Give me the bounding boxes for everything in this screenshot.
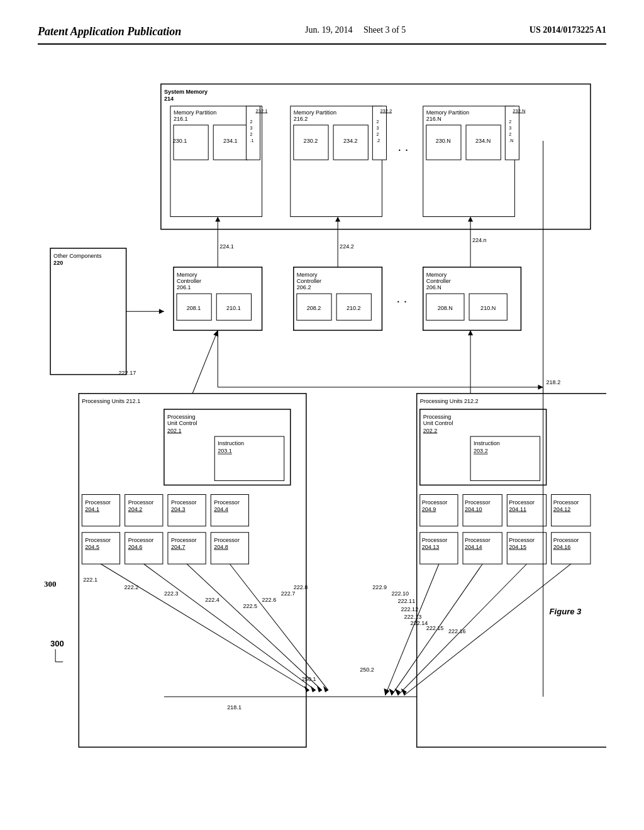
svg-text:222.7: 222.7 bbox=[281, 590, 296, 597]
svg-text:203.2: 203.2 bbox=[474, 448, 488, 454]
svg-text:234.2: 234.2 bbox=[343, 138, 358, 144]
svg-text:220: 220 bbox=[53, 260, 63, 266]
svg-text:Processor: Processor bbox=[553, 537, 579, 543]
svg-text:222.4: 222.4 bbox=[205, 597, 219, 603]
publication-title: Patent Application Publication bbox=[38, 25, 181, 38]
svg-text:222.15: 222.15 bbox=[426, 625, 444, 631]
svg-text:206.2: 206.2 bbox=[297, 284, 311, 290]
svg-text:232.2: 232.2 bbox=[380, 108, 392, 114]
svg-text:Memory: Memory bbox=[297, 272, 318, 278]
svg-text:230.2: 230.2 bbox=[304, 138, 318, 144]
svg-text:Memory Partition: Memory Partition bbox=[426, 109, 469, 116]
sheet-info: Sheet 3 of 5 bbox=[364, 25, 406, 35]
svg-marker-178 bbox=[384, 689, 389, 695]
svg-text:· ·: · · bbox=[397, 294, 408, 307]
svg-text:204.13: 204.13 bbox=[422, 544, 440, 550]
svg-text:Instruction: Instruction bbox=[474, 440, 500, 446]
svg-text:2: 2 bbox=[509, 132, 511, 136]
svg-text:Controller: Controller bbox=[297, 278, 321, 284]
svg-text:Processor: Processor bbox=[465, 499, 491, 506]
svg-text:210.2: 210.2 bbox=[347, 305, 361, 311]
svg-text:Figure 3: Figure 3 bbox=[550, 607, 582, 616]
svg-rect-45 bbox=[50, 248, 126, 375]
svg-text:210.N: 210.N bbox=[480, 305, 496, 311]
svg-marker-197 bbox=[468, 330, 473, 335]
svg-text:214: 214 bbox=[164, 96, 174, 102]
publication-date: Jun. 19, 2014 bbox=[305, 25, 352, 35]
svg-text:Memory: Memory bbox=[426, 272, 447, 278]
svg-text:Unit Control: Unit Control bbox=[423, 420, 453, 426]
svg-text:Memory Partition: Memory Partition bbox=[174, 109, 216, 116]
svg-text:250.2: 250.2 bbox=[360, 667, 374, 673]
svg-text:204.8: 204.8 bbox=[214, 544, 228, 550]
svg-text:2: 2 bbox=[376, 132, 379, 136]
svg-text:Processor: Processor bbox=[171, 537, 197, 543]
svg-text:Processing: Processing bbox=[423, 414, 452, 420]
svg-text:224.n: 224.n bbox=[472, 237, 487, 243]
page-header: Patent Application Publication Jun. 19, … bbox=[38, 25, 606, 45]
svg-text:· ·: · · bbox=[398, 142, 409, 156]
svg-text:204.10: 204.10 bbox=[465, 506, 482, 512]
svg-text:204.7: 204.7 bbox=[171, 544, 186, 550]
svg-text:202.1: 202.1 bbox=[167, 428, 182, 434]
svg-text:216.1: 216.1 bbox=[174, 116, 188, 122]
svg-text:208.2: 208.2 bbox=[307, 305, 321, 311]
svg-text:Processor: Processor bbox=[422, 537, 448, 543]
svg-text:Processor: Processor bbox=[509, 537, 535, 543]
svg-text:222.13: 222.13 bbox=[404, 614, 422, 620]
svg-text:204.11: 204.11 bbox=[509, 506, 526, 512]
svg-text:222.17: 222.17 bbox=[119, 370, 136, 376]
svg-rect-25 bbox=[372, 106, 386, 160]
svg-text:2: 2 bbox=[509, 119, 511, 124]
svg-text:.1: .1 bbox=[250, 138, 253, 143]
svg-text:204.2: 204.2 bbox=[128, 506, 143, 512]
svg-text:Processing Units 212.2: Processing Units 212.2 bbox=[420, 398, 479, 404]
svg-text:222.12: 222.12 bbox=[401, 606, 419, 612]
svg-text:Controller: Controller bbox=[177, 278, 201, 284]
svg-marker-129 bbox=[311, 686, 316, 692]
svg-text:Controller: Controller bbox=[426, 278, 451, 284]
svg-text:Unit Control: Unit Control bbox=[167, 420, 197, 426]
svg-text:204.3: 204.3 bbox=[171, 506, 186, 512]
svg-text:222.6: 222.6 bbox=[262, 597, 277, 603]
svg-text:222.8: 222.8 bbox=[294, 584, 308, 590]
svg-text:3: 3 bbox=[376, 126, 379, 130]
svg-text:204.5: 204.5 bbox=[85, 544, 99, 550]
svg-text:204.12: 204.12 bbox=[553, 506, 571, 512]
svg-text:208.N: 208.N bbox=[438, 305, 453, 311]
svg-text:224.1: 224.1 bbox=[219, 243, 234, 250]
svg-text:Memory Partition: Memory Partition bbox=[294, 109, 336, 116]
svg-text:234.N: 234.N bbox=[475, 138, 491, 144]
svg-marker-182 bbox=[395, 689, 401, 695]
svg-text:204.14: 204.14 bbox=[465, 544, 482, 550]
svg-rect-39 bbox=[505, 106, 519, 160]
publication-date-sheet: Jun. 19, 2014 Sheet 3 of 5 bbox=[305, 25, 406, 35]
svg-text:Processor: Processor bbox=[509, 499, 535, 506]
svg-text:204.4: 204.4 bbox=[214, 506, 228, 512]
svg-text:206.N: 206.N bbox=[426, 284, 441, 290]
svg-text:222.10: 222.10 bbox=[391, 590, 409, 597]
svg-text:3: 3 bbox=[250, 126, 252, 130]
svg-text:218.1: 218.1 bbox=[227, 704, 242, 711]
svg-text:.2: .2 bbox=[376, 138, 380, 143]
svg-text:234.1: 234.1 bbox=[223, 138, 238, 144]
svg-text:3: 3 bbox=[509, 126, 511, 130]
svg-text:222.9: 222.9 bbox=[372, 584, 387, 590]
svg-marker-192 bbox=[159, 309, 164, 314]
svg-text:2: 2 bbox=[376, 119, 379, 124]
svg-text:222.11: 222.11 bbox=[398, 598, 416, 604]
svg-text:204.15: 204.15 bbox=[509, 544, 526, 550]
svg-text:202.2: 202.2 bbox=[423, 428, 438, 434]
svg-text:Processor: Processor bbox=[85, 499, 111, 506]
svg-text:232.1: 232.1 bbox=[256, 108, 268, 114]
svg-text:Processor: Processor bbox=[422, 499, 448, 506]
svg-text:Other Components: Other Components bbox=[53, 253, 102, 259]
svg-text:210.1: 210.1 bbox=[226, 305, 241, 311]
svg-text:216.N: 216.N bbox=[426, 116, 441, 122]
svg-text:2: 2 bbox=[250, 132, 252, 136]
svg-text:Processor: Processor bbox=[171, 499, 197, 506]
svg-text:204.6: 204.6 bbox=[128, 544, 143, 550]
svg-text:250.1: 250.1 bbox=[302, 676, 316, 682]
svg-line-194 bbox=[192, 330, 218, 393]
svg-text:Processor: Processor bbox=[214, 537, 240, 543]
